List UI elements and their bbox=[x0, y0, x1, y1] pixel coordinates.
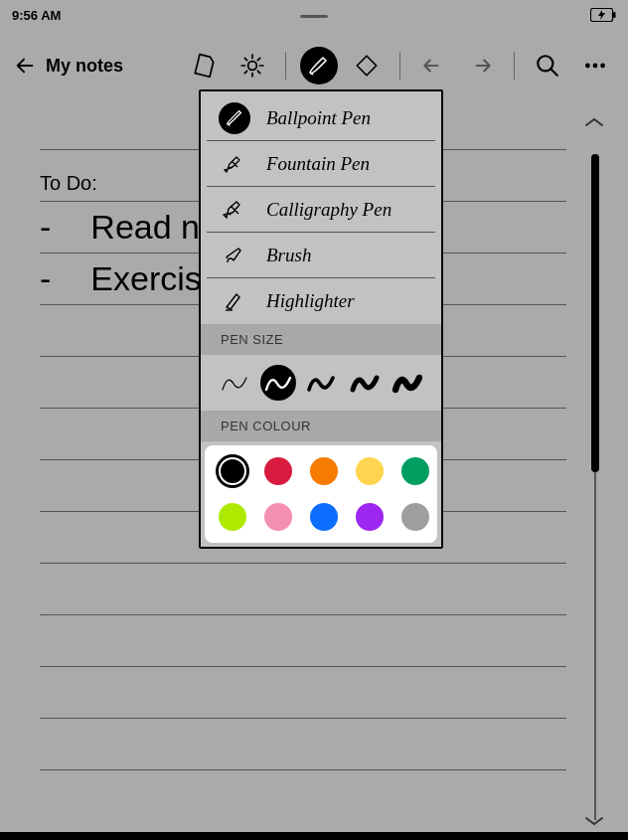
pen-option-highlighter[interactable]: Highlighter bbox=[207, 278, 435, 324]
svg-point-16 bbox=[230, 167, 232, 169]
colour-swatch-pink[interactable] bbox=[264, 503, 292, 531]
pen-label: Highlighter bbox=[266, 290, 355, 312]
battery-icon bbox=[590, 8, 616, 22]
note-item-text: Read n bbox=[90, 208, 200, 247]
more-menu[interactable] bbox=[576, 47, 614, 84]
colour-swatch-lime[interactable] bbox=[219, 503, 246, 531]
note-heading: To Do: bbox=[40, 172, 97, 201]
svg-line-10 bbox=[257, 58, 259, 60]
ballpoint-icon bbox=[219, 102, 250, 134]
separator bbox=[285, 52, 286, 80]
pen-size-2[interactable] bbox=[260, 365, 296, 401]
svg-point-14 bbox=[593, 64, 598, 69]
pen-label: Calligraphy Pen bbox=[266, 199, 392, 221]
calligraphy-pen-icon bbox=[219, 194, 250, 226]
status-bar: 9:56 AM bbox=[0, 0, 628, 30]
note-line bbox=[40, 564, 566, 615]
note-line bbox=[40, 615, 566, 667]
note-item-text: Exercis bbox=[90, 259, 201, 298]
pen-colour-header: PEN COLOUR bbox=[201, 411, 441, 441]
chevron-down-icon[interactable] bbox=[584, 814, 604, 828]
highlighter-icon bbox=[219, 285, 250, 317]
undo-button[interactable] bbox=[414, 47, 452, 84]
svg-point-15 bbox=[600, 64, 605, 69]
pen-option-fountain[interactable]: Fountain Pen bbox=[207, 141, 435, 187]
svg-line-9 bbox=[244, 71, 246, 73]
pen-label: Fountain Pen bbox=[266, 153, 370, 175]
colour-swatch-grey[interactable] bbox=[401, 503, 429, 531]
svg-line-8 bbox=[257, 71, 259, 73]
colour-swatch-purple[interactable] bbox=[356, 503, 384, 531]
note-line bbox=[40, 667, 566, 719]
page-title: My notes bbox=[46, 56, 123, 77]
back-arrow-icon bbox=[14, 55, 36, 77]
svg-line-7 bbox=[244, 58, 246, 60]
pen-option-ballpoint[interactable]: Ballpoint Pen bbox=[207, 95, 435, 141]
scroll-thumb[interactable] bbox=[591, 154, 599, 472]
pen-size-row bbox=[201, 355, 441, 411]
colour-swatch-black[interactable] bbox=[219, 457, 246, 485]
eraser-tool[interactable] bbox=[348, 47, 386, 84]
svg-point-17 bbox=[230, 213, 232, 215]
bullet: - bbox=[40, 208, 51, 247]
svg-line-12 bbox=[550, 69, 557, 76]
status-time: 9:56 AM bbox=[12, 8, 61, 23]
pen-tool[interactable] bbox=[300, 47, 338, 84]
brightness-tool[interactable] bbox=[234, 47, 271, 84]
bullet: - bbox=[40, 259, 51, 298]
colour-panel bbox=[205, 445, 437, 543]
pen-size-1[interactable] bbox=[217, 365, 252, 401]
toolbar: My notes bbox=[0, 44, 628, 87]
rotate-tool[interactable] bbox=[186, 47, 224, 84]
pen-label: Brush bbox=[266, 245, 311, 266]
pen-size-header: PEN SIZE bbox=[201, 324, 441, 355]
colour-swatch-green[interactable] bbox=[401, 457, 429, 485]
brush-icon bbox=[219, 240, 250, 271]
back-nav[interactable]: My notes bbox=[14, 55, 123, 77]
colour-swatch-red[interactable] bbox=[264, 457, 292, 485]
chevron-up-icon[interactable] bbox=[584, 115, 604, 129]
colour-swatch-orange[interactable] bbox=[310, 457, 338, 485]
colour-swatch-blue[interactable] bbox=[310, 503, 338, 531]
pen-option-brush[interactable]: Brush bbox=[207, 233, 435, 278]
svg-point-2 bbox=[248, 62, 257, 71]
svg-rect-1 bbox=[613, 12, 616, 18]
colour-swatch-yellow[interactable] bbox=[356, 457, 384, 485]
search-button[interactable] bbox=[529, 47, 566, 84]
pen-option-calligraphy[interactable]: Calligraphy Pen bbox=[207, 187, 435, 233]
note-line bbox=[40, 719, 566, 770]
pen-size-4[interactable] bbox=[347, 365, 383, 401]
pen-size-5[interactable] bbox=[390, 365, 425, 401]
fountain-pen-icon bbox=[219, 148, 250, 180]
svg-point-13 bbox=[585, 64, 590, 69]
pen-label: Ballpoint Pen bbox=[266, 107, 371, 129]
separator bbox=[399, 52, 400, 80]
separator bbox=[514, 52, 515, 80]
pen-dropdown: Ballpoint Pen Fountain Pen Calligraphy P… bbox=[199, 89, 443, 549]
drag-handle[interactable] bbox=[300, 15, 328, 18]
bottom-bar bbox=[0, 832, 628, 840]
redo-button[interactable] bbox=[462, 47, 500, 84]
pen-size-3[interactable] bbox=[303, 365, 339, 401]
